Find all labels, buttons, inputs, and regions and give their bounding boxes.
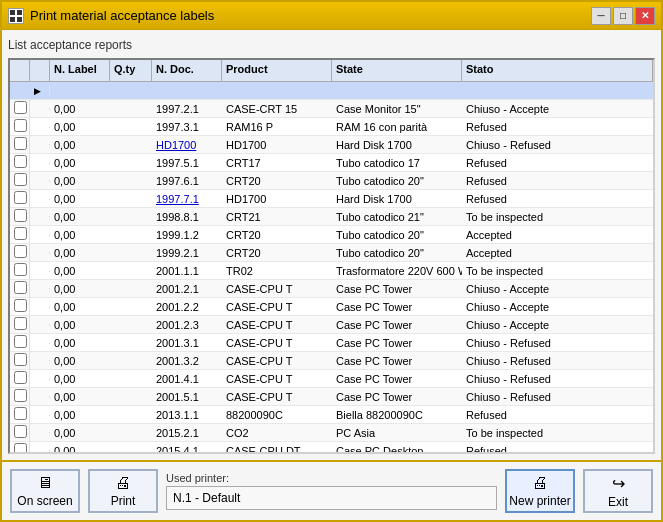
table-row[interactable]: 0,002001.2.2CASE-CPU TCase PC TowerChius… [10, 298, 653, 316]
row-ndoc[interactable]: 2015.2.1 [152, 426, 222, 440]
row-ndoc[interactable]: 1998.8.1 [152, 210, 222, 224]
col-header-ndoc[interactable]: N. Doc. [152, 60, 222, 81]
new-printer-button[interactable]: 🖨 New printer [505, 469, 575, 513]
table-row[interactable]: 0,001999.2.1CRT20Tubo catodico 20"Accept… [10, 244, 653, 262]
table-row[interactable]: 0,002001.2.3CASE-CPU TCase PC TowerChius… [10, 316, 653, 334]
row-check[interactable] [10, 424, 30, 441]
table-row[interactable]: 0,002001.1.1TR02Trasformatore 220V 600 W… [10, 262, 653, 280]
table-row[interactable]: 0,002013.1.188200090CBiella 88200090CRef… [10, 406, 653, 424]
row-ndoc[interactable]: 2001.3.2 [152, 354, 222, 368]
row-ndoc[interactable]: 2001.3.1 [152, 336, 222, 350]
row-ndoc[interactable]: 1997.5.1 [152, 156, 222, 170]
row-check[interactable] [10, 406, 30, 423]
table-row[interactable]: 0,00HD1700HD1700Hard Disk 1700Chiuso - R… [10, 136, 653, 154]
main-window: Print material acceptance labels ─ □ ✕ L… [0, 0, 663, 522]
row-play [30, 180, 50, 182]
table-body[interactable]: ▶0,001997.2.1CASE-CRT 15Case Monitor 15"… [10, 82, 653, 452]
row-state: Case PC Tower [332, 372, 462, 386]
exit-button[interactable]: ↪ Exit [583, 469, 653, 513]
row-check[interactable] [10, 190, 30, 207]
row-nlabel: 0,00 [50, 300, 110, 314]
row-ndoc[interactable]: HD1700 [152, 138, 222, 152]
table-row[interactable]: 0,001998.8.1CRT21Tubo catodico 21"To be … [10, 208, 653, 226]
row-product: CASE-CPU T [222, 372, 332, 386]
row-check[interactable] [10, 118, 30, 135]
col-header-qty[interactable]: Q.ty [110, 60, 152, 81]
row-nlabel: 0,00 [50, 138, 110, 152]
table-row[interactable]: 0,001997.3.1RAM16 PRAM 16 con paritàRefu… [10, 118, 653, 136]
row-check[interactable] [10, 388, 30, 405]
row-check[interactable] [10, 262, 30, 279]
row-ndoc[interactable]: 1997.3.1 [152, 120, 222, 134]
row-state: Biella 88200090C [332, 408, 462, 422]
table-row[interactable]: 0,001997.5.1CRT17Tubo catodico 17Refused [10, 154, 653, 172]
table-row[interactable]: 0,001997.7.1HD1700Hard Disk 1700Refused [10, 190, 653, 208]
table-row[interactable]: 0,001997.2.1CASE-CRT 15Case Monitor 15"C… [10, 100, 653, 118]
row-ndoc[interactable]: 2001.2.3 [152, 318, 222, 332]
row-check[interactable] [10, 298, 30, 315]
row-stato: Refused [462, 444, 653, 453]
table-row[interactable]: 0,002001.2.1CASE-CPU TCase PC TowerChius… [10, 280, 653, 298]
table-row[interactable]: 0,002001.5.1CASE-CPU TCase PC TowerChius… [10, 388, 653, 406]
row-check[interactable] [10, 208, 30, 225]
row-product: CRT17 [222, 156, 332, 170]
close-button[interactable]: ✕ [635, 7, 655, 25]
table-row[interactable]: ▶ [10, 82, 653, 100]
row-check[interactable] [10, 172, 30, 189]
row-check[interactable] [10, 154, 30, 171]
row-check[interactable] [10, 370, 30, 387]
row-nlabel: 0,00 [50, 156, 110, 170]
table-row[interactable]: 0,002015.2.1CO2PC AsiaTo be inspected [10, 424, 653, 442]
on-screen-button[interactable]: 🖥 On screen [10, 469, 80, 513]
minimize-button[interactable]: ─ [591, 7, 611, 25]
row-nlabel: 0,00 [50, 264, 110, 278]
row-check[interactable] [10, 100, 30, 117]
row-ndoc[interactable] [152, 90, 222, 92]
maximize-button[interactable]: □ [613, 7, 633, 25]
row-product: CRT21 [222, 210, 332, 224]
row-stato: Chiuso - Accepte [462, 282, 653, 296]
row-ndoc[interactable]: 2013.1.1 [152, 408, 222, 422]
row-check[interactable] [10, 226, 30, 243]
row-ndoc[interactable]: 1999.1.2 [152, 228, 222, 242]
row-qty [110, 144, 152, 146]
table-row[interactable]: 0,002001.4.1CASE-CPU TCase PC TowerChius… [10, 370, 653, 388]
row-ndoc[interactable]: 2001.4.1 [152, 372, 222, 386]
row-ndoc[interactable]: 1997.2.1 [152, 102, 222, 116]
col-header-stato[interactable]: Stato [462, 60, 653, 81]
row-ndoc[interactable]: 2001.2.2 [152, 300, 222, 314]
row-play [30, 342, 50, 344]
row-ndoc[interactable]: 2001.2.1 [152, 282, 222, 296]
col-header-state[interactable]: State [332, 60, 462, 81]
print-button[interactable]: 🖨 Print [88, 469, 158, 513]
row-check[interactable] [10, 136, 30, 153]
row-ndoc[interactable]: 2015.4.1 [152, 444, 222, 453]
table-row[interactable]: 0,002001.3.1CASE-CPU TCase PC TowerChius… [10, 334, 653, 352]
col-header-nlabel[interactable]: N. Label [50, 60, 110, 81]
row-ndoc[interactable]: 1997.6.1 [152, 174, 222, 188]
table-row[interactable]: 0,002001.3.2CASE-CPU TCase PC TowerChius… [10, 352, 653, 370]
col-header-product[interactable]: Product [222, 60, 332, 81]
row-state: Hard Disk 1700 [332, 138, 462, 152]
row-check[interactable] [10, 334, 30, 351]
row-product: CRT20 [222, 246, 332, 260]
table-row[interactable]: 0,001999.1.2CRT20Tubo catodico 20"Accept… [10, 226, 653, 244]
table-row[interactable]: 0,001997.6.1CRT20Tubo catodico 20"Refuse… [10, 172, 653, 190]
row-check[interactable] [10, 316, 30, 333]
row-state: Case PC Tower [332, 282, 462, 296]
used-printer-input[interactable] [166, 486, 497, 510]
row-ndoc[interactable]: 1999.2.1 [152, 246, 222, 260]
row-check[interactable] [10, 352, 30, 369]
row-check[interactable] [10, 442, 30, 452]
svg-rect-1 [17, 10, 22, 15]
row-play [30, 396, 50, 398]
row-ndoc[interactable]: 2001.1.1 [152, 264, 222, 278]
row-ndoc[interactable]: 1997.7.1 [152, 192, 222, 206]
row-check[interactable] [10, 280, 30, 297]
row-ndoc[interactable]: 2001.5.1 [152, 390, 222, 404]
row-check[interactable] [10, 244, 30, 261]
table-row[interactable]: 0,002015.4.1CASE-CPU DTCase PC DesktopRe… [10, 442, 653, 452]
table-container: N. Label Q.ty N. Doc. Product State Stat… [8, 58, 655, 454]
used-printer-label: Used printer: [166, 472, 497, 484]
row-check[interactable] [10, 90, 30, 92]
